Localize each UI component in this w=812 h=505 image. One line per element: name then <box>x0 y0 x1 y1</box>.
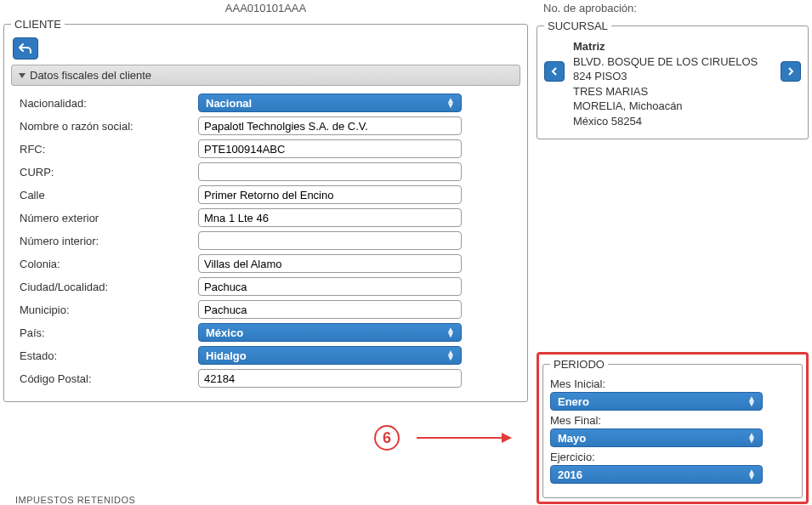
curp-label: CURP: <box>20 166 198 179</box>
approval-label: No. de aprobación: <box>537 0 809 20</box>
estado-label: Estado: <box>20 349 198 362</box>
periodo-highlight: PERIODO Mes Inicial: Enero ▲▼ Mes Final:… <box>537 352 809 504</box>
section-title: Datos fiscales del cliente <box>30 69 151 82</box>
sucursal-name: Matriz <box>573 39 772 54</box>
chevron-down-icon <box>19 73 26 78</box>
numint-label: Número interior: <box>20 235 198 247</box>
calle-label: Calle <box>20 189 198 201</box>
sucursal-address-line1: BLVD. BOSQUE DE LOS CIRUELOS 824 PISO3 <box>573 54 772 84</box>
numext-label: Número exterior <box>20 212 198 224</box>
pais-select[interactable]: México ▲▼ <box>198 323 462 342</box>
mes-inicial-label: Mes Inicial: <box>550 377 795 390</box>
step-annotation: 6 <box>374 425 510 451</box>
nacionalidad-select[interactable]: Nacional ▲▼ <box>198 94 462 112</box>
pais-label: País: <box>20 326 198 339</box>
step-number-badge: 6 <box>374 425 400 451</box>
cliente-fieldset: CLIENTE Datos fiscales del cliente Nacio… <box>3 18 528 402</box>
ejercicio-select[interactable]: 2016 ▲▼ <box>550 465 763 484</box>
header-code: AAA010101AAA <box>3 0 528 18</box>
arrow-right-icon <box>417 437 510 439</box>
chevron-left-icon <box>551 67 558 76</box>
ejercicio-label: Ejercicio: <box>550 451 795 463</box>
sucursal-fieldset: SUCURSAL Matriz BLVD. BOSQUE DE LOS CIRU… <box>537 20 809 139</box>
cliente-legend: CLIENTE <box>11 18 65 31</box>
colonia-input[interactable] <box>198 254 462 273</box>
colonia-label: Colonia: <box>20 258 198 270</box>
sucursal-next-button[interactable] <box>781 61 801 82</box>
undo-icon <box>19 43 32 54</box>
rfc-input[interactable] <box>198 139 462 158</box>
razon-input[interactable] <box>198 116 462 135</box>
periodo-fieldset: PERIODO Mes Inicial: Enero ▲▼ Mes Final:… <box>542 358 803 498</box>
mes-final-label: Mes Final: <box>550 414 795 427</box>
bottom-cut-text: IMPUESTOS RETENIDOS <box>15 495 135 505</box>
cp-label: Código Postal: <box>20 372 198 385</box>
nacionalidad-label: Nacionalidad: <box>20 97 198 110</box>
datos-fiscales-header[interactable]: Datos fiscales del cliente <box>11 65 520 86</box>
curp-input[interactable] <box>198 162 462 181</box>
mes-inicial-select[interactable]: Enero ▲▼ <box>550 392 763 411</box>
undo-button[interactable] <box>13 37 38 60</box>
sucursal-address-line3: MORELIA, Michoacán <box>573 99 772 114</box>
municipio-label: Municipio: <box>20 304 198 316</box>
cp-input[interactable] <box>198 369 462 388</box>
razon-label: Nombre o razón social: <box>20 120 198 133</box>
sucursal-info: Matriz BLVD. BOSQUE DE LOS CIRUELOS 824 … <box>573 39 772 128</box>
sucursal-address-line2: TRES MARIAS <box>573 84 772 99</box>
numint-input[interactable] <box>198 231 462 250</box>
rfc-label: RFC: <box>20 143 198 156</box>
ciudad-label: Ciudad/Localidad: <box>20 281 198 293</box>
mes-final-select[interactable]: Mayo ▲▼ <box>550 428 763 447</box>
municipio-input[interactable] <box>198 300 462 319</box>
numext-input[interactable] <box>198 208 462 227</box>
sucursal-prev-button[interactable] <box>544 61 565 82</box>
ciudad-input[interactable] <box>198 277 462 296</box>
sucursal-legend: SUCURSAL <box>544 20 611 32</box>
chevron-right-icon <box>787 67 794 76</box>
calle-input[interactable] <box>198 185 462 204</box>
periodo-legend: PERIODO <box>550 358 608 371</box>
estado-select[interactable]: Hidalgo ▲▼ <box>198 346 462 365</box>
sucursal-address-line4: México 58254 <box>573 114 772 129</box>
